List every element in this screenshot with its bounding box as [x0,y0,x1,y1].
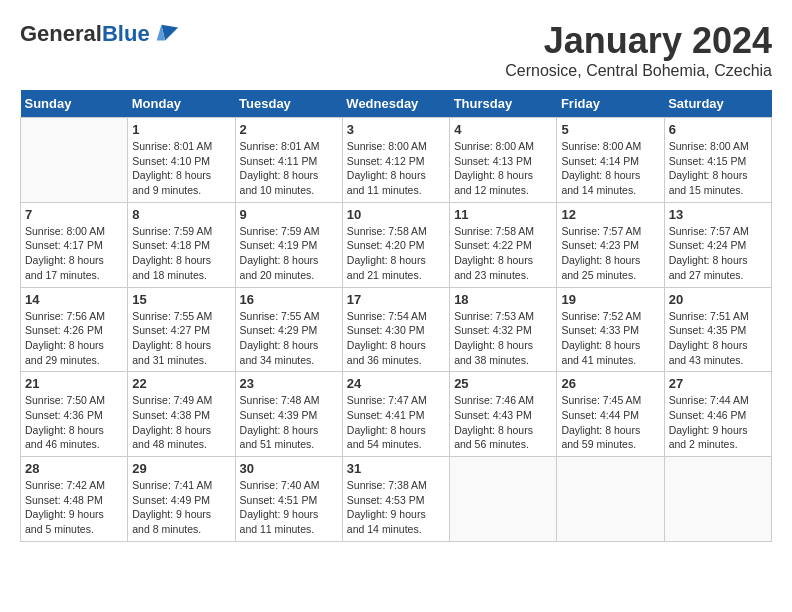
day-info: Sunrise: 7:57 AM Sunset: 4:23 PM Dayligh… [561,224,659,283]
day-number: 26 [561,376,659,391]
day-number: 27 [669,376,767,391]
calendar-cell: 30Sunrise: 7:40 AM Sunset: 4:51 PM Dayli… [235,457,342,542]
calendar-cell: 1Sunrise: 8:01 AM Sunset: 4:10 PM Daylig… [128,118,235,203]
day-number: 12 [561,207,659,222]
day-number: 30 [240,461,338,476]
calendar-week-row: 14Sunrise: 7:56 AM Sunset: 4:26 PM Dayli… [21,287,772,372]
calendar-cell: 19Sunrise: 7:52 AM Sunset: 4:33 PM Dayli… [557,287,664,372]
title-block: January 2024 Cernosice, Central Bohemia,… [505,20,772,80]
day-info: Sunrise: 7:55 AM Sunset: 4:27 PM Dayligh… [132,309,230,368]
calendar-cell [664,457,771,542]
calendar-cell: 29Sunrise: 7:41 AM Sunset: 4:49 PM Dayli… [128,457,235,542]
day-number: 31 [347,461,445,476]
calendar-cell: 16Sunrise: 7:55 AM Sunset: 4:29 PM Dayli… [235,287,342,372]
calendar-cell: 23Sunrise: 7:48 AM Sunset: 4:39 PM Dayli… [235,372,342,457]
calendar-week-row: 1Sunrise: 8:01 AM Sunset: 4:10 PM Daylig… [21,118,772,203]
day-number: 6 [669,122,767,137]
day-info: Sunrise: 8:00 AM Sunset: 4:13 PM Dayligh… [454,139,552,198]
calendar-cell: 17Sunrise: 7:54 AM Sunset: 4:30 PM Dayli… [342,287,449,372]
calendar-day-header: Wednesday [342,90,449,118]
day-number: 29 [132,461,230,476]
day-info: Sunrise: 7:38 AM Sunset: 4:53 PM Dayligh… [347,478,445,537]
day-info: Sunrise: 7:40 AM Sunset: 4:51 PM Dayligh… [240,478,338,537]
day-info: Sunrise: 7:58 AM Sunset: 4:20 PM Dayligh… [347,224,445,283]
day-number: 17 [347,292,445,307]
day-number: 23 [240,376,338,391]
calendar-cell: 2Sunrise: 8:01 AM Sunset: 4:11 PM Daylig… [235,118,342,203]
calendar-cell: 18Sunrise: 7:53 AM Sunset: 4:32 PM Dayli… [450,287,557,372]
month-title: January 2024 [505,20,772,62]
day-number: 21 [25,376,123,391]
day-number: 9 [240,207,338,222]
day-info: Sunrise: 8:00 AM Sunset: 4:12 PM Dayligh… [347,139,445,198]
day-number: 19 [561,292,659,307]
day-info: Sunrise: 7:48 AM Sunset: 4:39 PM Dayligh… [240,393,338,452]
day-number: 8 [132,207,230,222]
calendar-cell [21,118,128,203]
day-info: Sunrise: 7:52 AM Sunset: 4:33 PM Dayligh… [561,309,659,368]
day-info: Sunrise: 7:41 AM Sunset: 4:49 PM Dayligh… [132,478,230,537]
calendar-cell: 6Sunrise: 8:00 AM Sunset: 4:15 PM Daylig… [664,118,771,203]
calendar-cell: 12Sunrise: 7:57 AM Sunset: 4:23 PM Dayli… [557,202,664,287]
day-info: Sunrise: 7:53 AM Sunset: 4:32 PM Dayligh… [454,309,552,368]
day-number: 14 [25,292,123,307]
day-number: 7 [25,207,123,222]
calendar-cell: 11Sunrise: 7:58 AM Sunset: 4:22 PM Dayli… [450,202,557,287]
calendar-day-header: Thursday [450,90,557,118]
day-number: 1 [132,122,230,137]
day-info: Sunrise: 8:01 AM Sunset: 4:10 PM Dayligh… [132,139,230,198]
calendar-cell: 26Sunrise: 7:45 AM Sunset: 4:44 PM Dayli… [557,372,664,457]
calendar-cell: 4Sunrise: 8:00 AM Sunset: 4:13 PM Daylig… [450,118,557,203]
day-number: 25 [454,376,552,391]
calendar-cell: 27Sunrise: 7:44 AM Sunset: 4:46 PM Dayli… [664,372,771,457]
calendar-day-header: Friday [557,90,664,118]
calendar-cell: 28Sunrise: 7:42 AM Sunset: 4:48 PM Dayli… [21,457,128,542]
calendar-cell: 8Sunrise: 7:59 AM Sunset: 4:18 PM Daylig… [128,202,235,287]
location-subtitle: Cernosice, Central Bohemia, Czechia [505,62,772,80]
day-info: Sunrise: 7:54 AM Sunset: 4:30 PM Dayligh… [347,309,445,368]
calendar-cell: 14Sunrise: 7:56 AM Sunset: 4:26 PM Dayli… [21,287,128,372]
calendar-cell: 5Sunrise: 8:00 AM Sunset: 4:14 PM Daylig… [557,118,664,203]
day-number: 10 [347,207,445,222]
calendar-cell: 24Sunrise: 7:47 AM Sunset: 4:41 PM Dayli… [342,372,449,457]
day-info: Sunrise: 7:44 AM Sunset: 4:46 PM Dayligh… [669,393,767,452]
day-info: Sunrise: 7:46 AM Sunset: 4:43 PM Dayligh… [454,393,552,452]
logo: GeneralBlue [20,20,180,48]
day-info: Sunrise: 7:51 AM Sunset: 4:35 PM Dayligh… [669,309,767,368]
calendar-day-header: Monday [128,90,235,118]
day-info: Sunrise: 7:42 AM Sunset: 4:48 PM Dayligh… [25,478,123,537]
logo-icon [152,20,180,48]
calendar-week-row: 21Sunrise: 7:50 AM Sunset: 4:36 PM Dayli… [21,372,772,457]
calendar-cell: 25Sunrise: 7:46 AM Sunset: 4:43 PM Dayli… [450,372,557,457]
calendar-cell: 13Sunrise: 7:57 AM Sunset: 4:24 PM Dayli… [664,202,771,287]
day-number: 16 [240,292,338,307]
day-info: Sunrise: 8:00 AM Sunset: 4:17 PM Dayligh… [25,224,123,283]
day-info: Sunrise: 7:59 AM Sunset: 4:18 PM Dayligh… [132,224,230,283]
day-number: 22 [132,376,230,391]
day-info: Sunrise: 7:59 AM Sunset: 4:19 PM Dayligh… [240,224,338,283]
calendar-cell: 3Sunrise: 8:00 AM Sunset: 4:12 PM Daylig… [342,118,449,203]
day-info: Sunrise: 8:01 AM Sunset: 4:11 PM Dayligh… [240,139,338,198]
calendar-week-row: 28Sunrise: 7:42 AM Sunset: 4:48 PM Dayli… [21,457,772,542]
day-info: Sunrise: 7:47 AM Sunset: 4:41 PM Dayligh… [347,393,445,452]
day-number: 3 [347,122,445,137]
calendar-cell: 9Sunrise: 7:59 AM Sunset: 4:19 PM Daylig… [235,202,342,287]
day-info: Sunrise: 7:49 AM Sunset: 4:38 PM Dayligh… [132,393,230,452]
day-number: 28 [25,461,123,476]
calendar-week-row: 7Sunrise: 8:00 AM Sunset: 4:17 PM Daylig… [21,202,772,287]
day-info: Sunrise: 7:45 AM Sunset: 4:44 PM Dayligh… [561,393,659,452]
calendar-cell: 22Sunrise: 7:49 AM Sunset: 4:38 PM Dayli… [128,372,235,457]
calendar-table: SundayMondayTuesdayWednesdayThursdayFrid… [20,90,772,542]
day-number: 11 [454,207,552,222]
calendar-day-header: Tuesday [235,90,342,118]
calendar-cell [450,457,557,542]
day-number: 24 [347,376,445,391]
day-info: Sunrise: 7:57 AM Sunset: 4:24 PM Dayligh… [669,224,767,283]
day-number: 5 [561,122,659,137]
day-number: 4 [454,122,552,137]
day-info: Sunrise: 8:00 AM Sunset: 4:14 PM Dayligh… [561,139,659,198]
calendar-cell: 20Sunrise: 7:51 AM Sunset: 4:35 PM Dayli… [664,287,771,372]
calendar-day-header: Saturday [664,90,771,118]
day-number: 15 [132,292,230,307]
calendar-cell: 31Sunrise: 7:38 AM Sunset: 4:53 PM Dayli… [342,457,449,542]
